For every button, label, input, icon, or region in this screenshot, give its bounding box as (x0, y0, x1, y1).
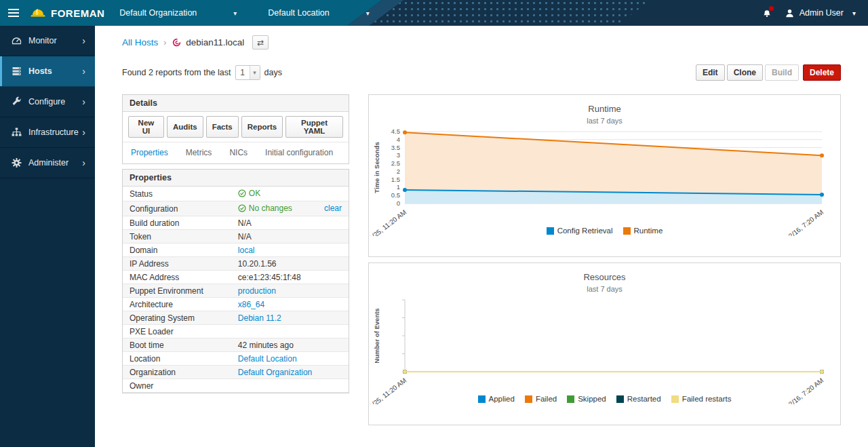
tab-initial-configuration[interactable]: Initial configuration (265, 148, 333, 157)
details-button-reports[interactable]: Reports (241, 116, 283, 138)
details-button-puppet-yaml[interactable]: Puppet YAML (285, 116, 343, 138)
chevron-right-icon: › (82, 157, 85, 168)
property-row-pxe-loader: PXE Loader (123, 325, 349, 338)
days-select-value: 1 (236, 68, 250, 77)
clear-link[interactable]: clear (324, 203, 342, 213)
resources-chart-legend: AppliedFailedSkippedRestartedFailed rest… (369, 395, 840, 403)
delete-button[interactable]: Delete (803, 64, 841, 81)
tab-metrics[interactable]: Metrics (186, 148, 212, 157)
property-label: Organization (123, 366, 231, 379)
build-button: Build (765, 64, 799, 81)
legend-swatch (478, 395, 486, 403)
property-value-link[interactable]: local (238, 246, 255, 255)
sidebar-item-label: Hosts (28, 66, 52, 76)
details-button-facts[interactable]: Facts (206, 116, 239, 138)
property-row-owner: Owner (123, 379, 349, 393)
property-row-puppet-environment: Puppet Environmentproduction (123, 284, 349, 298)
chevron-right-icon: › (82, 35, 85, 46)
breadcrumb-current-host: debian11.local (172, 37, 244, 47)
resources-chart-panel: Resources last 7 days Number of Events11… (368, 263, 841, 425)
chevron-down-icon: ▾ (852, 9, 856, 17)
legend-label: Failed restarts (682, 395, 732, 403)
property-value-link[interactable]: Default Location (238, 354, 297, 364)
runtime-chart-panel: Runtime last 7 days 00.511.522.533.544.5… (368, 94, 841, 257)
chevron-down-icon: ▾ (233, 9, 237, 17)
edit-button[interactable]: Edit (696, 64, 725, 81)
property-value: ce:e1:23:45:1f:48 (238, 273, 301, 282)
chevron-right-icon: › (82, 66, 85, 77)
menu-toggle-button[interactable] (0, 0, 27, 26)
property-value-link[interactable]: Debian 11.2 (238, 313, 281, 323)
property-row-mac-address: MAC Addressce:e1:23:45:1f:48 (123, 271, 349, 284)
location-switcher[interactable]: Default Location ▾ (268, 8, 369, 18)
resources-chart-title: Resources (369, 272, 840, 282)
property-label: Domain (123, 244, 231, 257)
sidebar-item-monitor[interactable]: Monitor› (0, 26, 95, 56)
details-button-new-ui[interactable]: New UI (128, 116, 164, 138)
property-value: 42 minutes ago (238, 341, 294, 350)
sidebar-item-label: Monitor (28, 36, 57, 45)
legend-item-skipped: Skipped (567, 395, 606, 403)
property-label: Token (123, 230, 231, 244)
svg-text:0.5: 0.5 (391, 191, 400, 199)
legend-item-failed: Failed (525, 395, 557, 403)
notifications-button[interactable] (762, 7, 772, 18)
sidebar-item-infrastructure[interactable]: Infrastructure› (0, 117, 95, 148)
chevron-down-icon: ▼ (250, 66, 260, 79)
tab-nics[interactable]: NICs (229, 148, 248, 157)
legend-item-restarted: Restarted (616, 395, 661, 403)
legend-swatch (547, 227, 554, 235)
property-value-link[interactable]: Default Organization (238, 368, 312, 377)
breadcrumb-all-hosts-link[interactable]: All Hosts (122, 37, 158, 47)
reports-found-text: Found 2 reports from the last (122, 68, 231, 77)
property-label: PXE Loader (123, 325, 231, 338)
details-button-row: New UIAuditsFactsReportsPuppet YAML (123, 112, 349, 142)
legend-item-failed-restarts: Failed restarts (671, 395, 732, 403)
sidebar-item-hosts[interactable]: Hosts› (0, 56, 95, 87)
foreman-logo[interactable]: FOREMAN (30, 7, 104, 19)
svg-text:2: 2 (397, 168, 400, 175)
switch-host-button[interactable]: ⇄ (252, 35, 269, 50)
host-name: debian11.local (186, 37, 244, 47)
svg-text:3.5: 3.5 (391, 144, 400, 151)
properties-table: StatusOKConfigurationNo changesclearBuil… (123, 187, 349, 393)
property-value-link[interactable]: x86_64 (238, 300, 264, 309)
details-button-audits[interactable]: Audits (167, 116, 203, 138)
chevron-right-icon: › (82, 127, 85, 138)
property-label: Owner (123, 379, 231, 393)
legend-label: Config Retrieval (557, 227, 613, 235)
property-label: Operating System (123, 311, 231, 325)
svg-text:Number of Events: Number of Events (373, 308, 380, 363)
organization-switcher[interactable]: Default Organization ▾ (119, 8, 237, 18)
property-row-build-duration: Build durationN/A (123, 216, 349, 230)
property-row-token: TokenN/A (123, 230, 349, 244)
resources-chart-subtitle: last 7 days (369, 285, 840, 293)
runtime-chart-svg: 00.511.522.533.544.5Time in Seconds11/25… (370, 126, 840, 236)
debian-icon (172, 37, 182, 47)
check-circle-icon (238, 204, 246, 212)
resources-chart: Number of Events11/25, 11:20 AM12/16, 7:… (369, 294, 840, 403)
sidebar-item-administer[interactable]: Administer› (0, 148, 95, 178)
legend-label: Applied (489, 395, 515, 403)
svg-text:Time in Seconds: Time in Seconds (373, 142, 380, 193)
days-select[interactable]: 1 ▼ (235, 65, 260, 80)
property-value-link[interactable]: production (238, 286, 276, 296)
user-icon (785, 8, 795, 18)
sitemap-icon (11, 127, 22, 138)
chevron-down-icon: ▾ (366, 9, 370, 17)
sidebar: Monitor›Hosts›Configure›Infrastructure›A… (0, 26, 95, 447)
sidebar-item-configure[interactable]: Configure› (0, 87, 95, 117)
clone-button[interactable]: Clone (727, 64, 763, 81)
runtime-chart: 00.511.522.533.544.5Time in Seconds11/25… (369, 126, 840, 235)
details-panel: Details New UIAuditsFactsReportsPuppet Y… (122, 94, 349, 164)
user-menu[interactable]: Admin User ▾ (785, 8, 856, 18)
property-value: N/A (238, 232, 252, 241)
top-navbar: FOREMAN Default Organization ▾ Default L… (0, 0, 868, 26)
legend-swatch (525, 395, 532, 403)
tab-properties[interactable]: Properties (131, 148, 168, 157)
property-value: N/A (238, 218, 252, 228)
gear-icon (11, 157, 22, 168)
switch-host-icon: ⇄ (257, 38, 264, 47)
status-ok-value: OK (238, 189, 260, 198)
property-label: Location (123, 352, 231, 366)
